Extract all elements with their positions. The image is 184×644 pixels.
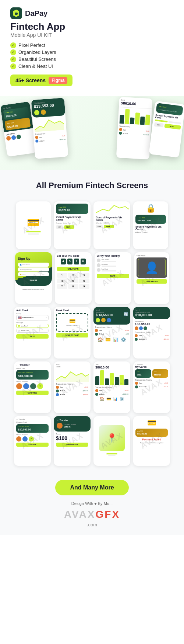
logo-row: DaPay [10, 7, 174, 19]
screen-dashboard-balance: 1pm 1 Total Amount $ 13,553.00 🔄 Transac… [93, 307, 130, 359]
screen-bar-chart: Total $8610.00 Transactions History Gym … [93, 361, 130, 413]
screens-row-4: ← Transfer Choose Card ●●●● 1004 8704 17… [4, 361, 180, 413]
app-subtitle: Mobile App UI KIT [10, 32, 174, 38]
hero-phone-3: Total $8610.00 Transactions Gym [116, 97, 153, 159]
feature-pixel-perfect: ✓ Pixel Perfect [10, 42, 174, 48]
dapay-logo-icon [10, 7, 22, 19]
screen-secure-payments: 🔒 ●●●● 7064 Secure Card Secure Payments … [133, 201, 168, 249]
screen-scan-card: Bank Card 💳 Position Card Here SCAN TO C… [54, 307, 91, 359]
check-icon-4: ✓ [10, 63, 16, 69]
screen-control-payments: Control Payments Via Cards Al Banks · 0 … [93, 201, 130, 249]
app-title: Fintech App [10, 21, 174, 32]
hero-phone-1: My Cards ●●●● 7064 $8970.00 ●●●● 1234 $4… [0, 101, 37, 157]
hero-phone-4: Virtual Card ●●●● ●●●● ●●●● 7064 Control… [149, 101, 184, 157]
feature-organized-layers: ✓ Organized Layers [10, 49, 174, 55]
screens-grid: 💳 AVAX ●●●● 7064 $8,970.00 Virtual Payme… [0, 198, 184, 472]
section-title-area: All Premium Fintech Screens [0, 170, 184, 198]
avax-watermark: AVAXGFX [7, 509, 177, 520]
features-list: ✓ Pixel Perfect ✓ Organized Layers ✓ Bea… [10, 42, 174, 69]
screens-row-3: Add Card Country 🇺🇸 United States › Card… [4, 307, 180, 359]
screen-face-id: Your Photo 👤 TAKE PHOTO AVAX [134, 252, 169, 304]
header-section: DaPay Fintech App Mobile App UI KIT ✓ Pi… [0, 0, 184, 96]
svg-rect-1 [15, 13, 18, 15]
section-title: All Premium Fintech Screens [7, 181, 177, 190]
screen-dashboard-recipients: 1pm 1 ●●●● 1004 8704 1704 $10,000.00 Tot… [133, 307, 170, 359]
screen-analytics: 1pm 1 NEXT › Transactions History Gym -4… [54, 361, 91, 413]
hero-phone-2: Total Balance $13,553.00 Transactions [31, 98, 68, 159]
check-icon-2: ✓ [10, 49, 16, 55]
screen-payment-failed: 💳 ●●●● 7064 $5,200.00 Payment Failed Tra… [133, 416, 170, 466]
screen-onboarding-wallet: 💳 AVAX [16, 201, 51, 249]
footer-section: And Many More Design With ♥ By Mo... AVA… [0, 472, 184, 535]
figma-badge: Figma [49, 77, 67, 84]
check-icon-3: ✓ [10, 56, 16, 62]
avax-url: .com [7, 522, 177, 527]
screen-map: 📍 AVAX [93, 416, 130, 466]
screens-row-1: 💳 AVAX ●●●● 7064 $8,970.00 Virtual Payme… [4, 201, 180, 249]
footer-credit: Design With ♥ By Mo... [7, 501, 177, 506]
screen-transfer: ← Transfer Choose Card ●●●● 1004 8704 17… [14, 361, 51, 413]
hero-area: My Cards ●●●● 7064 $8970.00 ●●●● 1234 $4… [0, 96, 184, 170]
screen-add-card: Add Card Country 🇺🇸 United States › Card… [14, 307, 51, 359]
check-icon-1: ✓ [10, 42, 16, 48]
feature-clean-ui: ✓ Clean & Neat UI [10, 63, 174, 69]
screen-transfer-amount: ← Transfer Contact Name John M. Amount $… [54, 416, 91, 466]
hero-phones-wrapper: My Cards ●●●● 7064 $8970.00 ●●●● 1234 $4… [0, 96, 184, 170]
screens-row-2: Sign Up 👤 John Mason ✉ tom@gmail.com 🔒 •… [4, 252, 180, 304]
screen-pin-code: Set Your PIN Code 4 5 2 8 CREATE PIN 1 2… [55, 252, 92, 304]
screen-transfer-select: ← Transfer Choose Card ●●●● 1004 8704 17… [14, 416, 51, 466]
screen-verify-identity: Verify Your Identity Your Photo Summary [95, 252, 131, 304]
feature-beautiful-screens: ✓ Beautiful Screens [10, 56, 174, 62]
screen-virtual-payments: ●●●● 7064 $8,970.00 Virtual Payments Via… [54, 201, 91, 249]
screen-signup: Sign Up 👤 John Mason ✉ tom@gmail.com 🔒 •… [15, 252, 52, 304]
screens-row-5: ← Transfer Choose Card ●●●● 1004 8704 17… [4, 416, 180, 466]
cta-button[interactable]: And Many More [55, 480, 128, 495]
screens-badge: 45+ Screens Figma [10, 75, 72, 86]
logo-text: DaPay [25, 9, 47, 18]
screen-my-cards: ← Services My Cards ●●●● Visa ●●●● Maste… [133, 361, 170, 413]
